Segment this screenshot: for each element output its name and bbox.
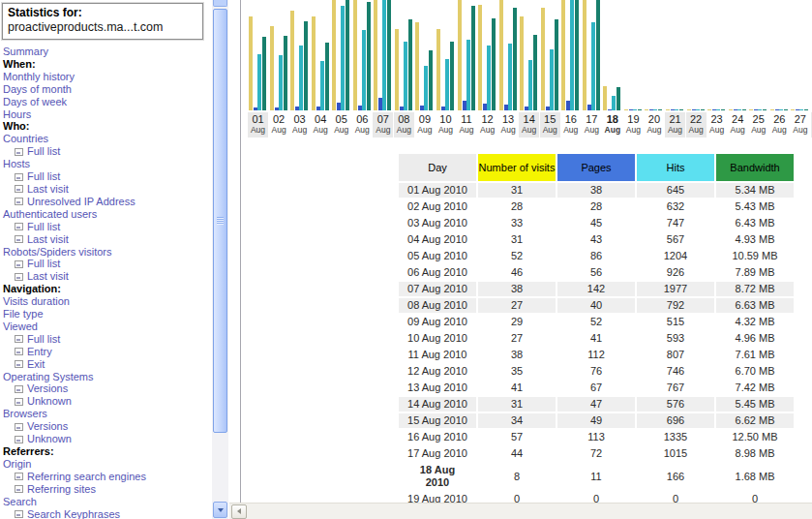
subitem-page-icon	[15, 260, 23, 268]
cell-pages: 112	[557, 348, 635, 362]
table-row-02-aug: 02 Aug 201028286325.43 MB	[399, 199, 794, 214]
sidebar-link-hosts[interactable]: Hosts	[3, 158, 210, 170]
sidebar-link-full-list[interactable]: Full list	[3, 258, 210, 270]
subitem-page-icon	[15, 485, 23, 493]
nav-item-label: Entry	[27, 346, 52, 358]
bar-group-day-15	[540, 0, 561, 110]
bar-visits	[290, 11, 294, 110]
chart-day-label-03: 03Aug	[289, 112, 310, 137]
bar-visits	[374, 0, 377, 110]
cell-pages: 56	[557, 265, 635, 280]
day-number: 27	[790, 113, 810, 125]
scrollbar-grip-icon	[217, 217, 224, 225]
scroll-down-button[interactable]	[213, 502, 227, 518]
chart-day-label-14: 14Aug	[519, 112, 539, 137]
scroll-left-button[interactable]	[231, 504, 247, 519]
sidebar-link-full-list[interactable]: Full list	[3, 170, 210, 183]
vertical-scrollbar-thumb[interactable]	[213, 9, 227, 433]
table-header-row: DayNumber of visitsPagesHitsBandwidth	[399, 154, 794, 181]
sidebar-link-full-list[interactable]: Full list	[3, 333, 210, 346]
table-row-08-aug: 08 Aug 201027407926.63 MB	[399, 298, 794, 313]
bar-bandwidth	[617, 87, 620, 110]
sidebar-link-last-visit[interactable]: Last visit	[3, 270, 210, 283]
cell-pages: 11	[557, 463, 635, 490]
sidebar-vertical-scrollbar[interactable]	[212, 0, 228, 519]
sidebar-link-search-keyphrases[interactable]: Search Keyphrases	[3, 508, 210, 519]
sidebar-link-referring-sites[interactable]: Referring sites	[3, 483, 210, 496]
cell-hits: 926	[637, 265, 714, 280]
cell-visits: 27	[478, 331, 556, 346]
nav-item-label: Search Keyphrases	[27, 508, 120, 519]
day-month: Aug	[311, 125, 331, 135]
table-row-16-aug: 16 Aug 201057113133512.50 MB	[399, 430, 794, 444]
bar-bandwidth	[284, 36, 287, 110]
sidebar-link-viewed[interactable]: Viewed	[3, 321, 210, 333]
bar-group-day-14	[519, 0, 540, 110]
sidebar-link-days-of-week[interactable]: Days of week	[3, 96, 210, 108]
sidebar-link-countries[interactable]: Countries	[3, 133, 210, 145]
chevron-left-icon	[237, 508, 241, 514]
sidebar-link-days-of-month[interactable]: Days of month	[3, 83, 210, 96]
cell-day: 16 Aug 2010	[399, 430, 476, 444]
day-number: 22	[686, 113, 707, 125]
sidebar-link-exit[interactable]: Exit	[3, 358, 210, 371]
bar-bandwidth	[555, 19, 558, 110]
days-of-month-table: DayNumber of visitsPagesHitsBandwidth 01…	[397, 152, 796, 508]
sidebar-link-robots-spiders-visitors[interactable]: Robots/Spiders visitors	[3, 246, 210, 259]
sidebar-link-last-visit[interactable]: Last visit	[3, 183, 210, 196]
sidebar-link-browsers[interactable]: Browsers	[3, 408, 210, 420]
table-row-15-aug: 15 Aug 201034496966.62 MB	[399, 413, 794, 428]
sidebar-link-unknown[interactable]: Unknown	[3, 433, 210, 445]
table-header-hits: Hits	[637, 154, 714, 181]
main-horizontal-scrollbar[interactable]	[229, 503, 812, 519]
sidebar-link-monthly-history[interactable]: Monthly history	[3, 71, 210, 83]
table-row-11-aug: 11 Aug 2010381128077.61 MB	[399, 348, 794, 362]
sidebar-link-unknown[interactable]: Unknown	[3, 395, 210, 408]
day-month: Aug	[477, 125, 497, 135]
sidebar-link-unresolved-ip-address[interactable]: Unresolved IP Address	[3, 196, 210, 208]
day-number: 09	[414, 113, 435, 125]
day-number: 21	[665, 113, 685, 125]
sidebar-link-hours[interactable]: Hours	[3, 108, 210, 121]
bar-visits	[729, 109, 733, 110]
cell-hits: 567	[637, 232, 714, 247]
bar-visits	[707, 109, 711, 110]
sidebar-link-full-list[interactable]: Full list	[3, 221, 210, 233]
sidebar-link-visits-duration[interactable]: Visits duration	[3, 295, 210, 308]
nav-item-label: Last visit	[27, 183, 69, 196]
day-month: Aug	[457, 125, 477, 135]
bar-bandwidth	[575, 0, 579, 110]
scroll-up-button[interactable]	[213, 0, 227, 7]
sidebar-link-file-type[interactable]: File type	[3, 308, 210, 321]
bar-bandwidth	[429, 50, 433, 110]
day-month: Aug	[248, 125, 268, 135]
sidebar-link-operating-systems[interactable]: Operating Systems	[3, 371, 210, 383]
table-header-day: Day	[399, 154, 476, 181]
sidebar-link-last-visit[interactable]: Last visit	[3, 233, 210, 246]
table-header-pages: Pages	[557, 154, 635, 181]
sidebar-link-summary[interactable]: Summary	[3, 46, 210, 58]
sidebar-link-referring-search-engines[interactable]: Referring search engines	[3, 471, 210, 483]
bar-visits	[499, 0, 503, 110]
sidebar-link-versions[interactable]: Versions	[3, 420, 210, 433]
sidebar-link-entry[interactable]: Entry	[3, 346, 210, 358]
cell-day: 04 Aug 2010	[399, 232, 476, 247]
sidebar-link-full-list[interactable]: Full list	[3, 145, 210, 158]
daily-bar-chart	[248, 0, 812, 110]
day-month: Aug	[436, 125, 456, 135]
cell-hits: 696	[637, 413, 714, 428]
cell-hits: 767	[637, 381, 714, 395]
bar-hits	[445, 59, 449, 110]
sidebar-link-search[interactable]: Search	[3, 496, 210, 508]
bar-hits	[799, 109, 803, 110]
table-row-07-aug: 07 Aug 20103814219778.72 MB	[399, 282, 794, 296]
sidebar-link-authenticated-users[interactable]: Authenticated users	[3, 208, 210, 221]
cell-hits: 593	[637, 331, 714, 346]
cell-day: 15 Aug 2010	[399, 413, 476, 428]
sidebar-link-versions[interactable]: Versions	[3, 382, 210, 395]
nav-item-label: Full list	[27, 170, 60, 183]
day-month: Aug	[352, 125, 373, 135]
bar-group-day-01	[248, 0, 269, 110]
sidebar-link-origin[interactable]: Origin	[3, 458, 210, 471]
day-number: 05	[331, 113, 351, 125]
